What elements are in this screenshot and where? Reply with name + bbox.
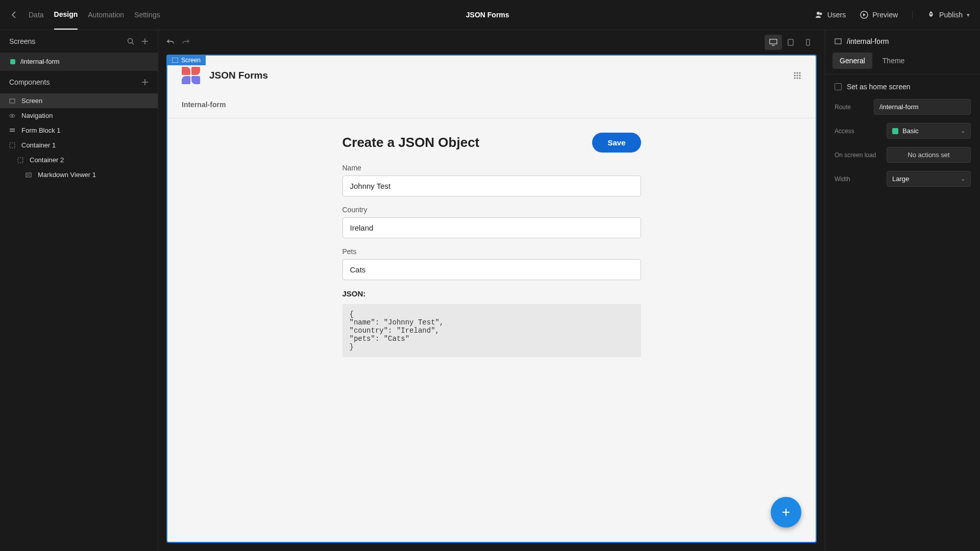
- chevron-down-icon: ⌄: [961, 176, 965, 182]
- back-icon[interactable]: [10, 11, 18, 19]
- tree-item-form-block[interactable]: Form Block 1: [0, 123, 158, 138]
- app-logo-icon: [182, 67, 200, 84]
- svg-rect-21: [788, 39, 793, 45]
- plus-icon: +: [782, 504, 790, 520]
- width-select[interactable]: Large ⌄: [887, 171, 971, 187]
- container-icon: [9, 142, 16, 148]
- app-menu-icon[interactable]: [793, 71, 801, 80]
- access-select[interactable]: Basic ⌄: [887, 123, 971, 139]
- svg-point-26: [799, 72, 801, 74]
- main-area: Screens /internal-form Components: [0, 30, 980, 551]
- device-toggle-group: [765, 35, 817, 50]
- add-screen-icon[interactable]: [141, 38, 149, 45]
- svg-point-32: [799, 78, 801, 79]
- tree-item-container-2[interactable]: Container 2: [0, 153, 158, 167]
- tree-item-screen[interactable]: Screen: [0, 93, 158, 108]
- eye-icon: [9, 113, 16, 119]
- svg-rect-33: [835, 39, 841, 44]
- undo-icon[interactable]: [166, 38, 175, 46]
- checkbox-icon: [835, 83, 842, 90]
- screen-icon: [9, 98, 16, 104]
- tab-theme[interactable]: Theme: [875, 53, 912, 69]
- topbar-left: Data Design Automation Settings: [10, 0, 160, 30]
- preview-app-title: JSON Forms: [209, 70, 268, 81]
- width-value: Large: [892, 175, 909, 183]
- field-label: Country: [342, 206, 641, 214]
- fab-add-button[interactable]: +: [771, 497, 801, 528]
- onload-label: On screen load: [835, 152, 880, 159]
- svg-rect-10: [10, 99, 15, 103]
- screen-item-internal-form[interactable]: /internal-form: [0, 53, 158, 70]
- tree-label: Container 2: [30, 156, 64, 164]
- tree-item-container-1[interactable]: Container 1: [0, 138, 158, 153]
- country-input[interactable]: [342, 217, 641, 238]
- form-section: Create a JSON Object Save Name Country P…: [337, 133, 646, 357]
- nav-tab-automation[interactable]: Automation: [88, 1, 124, 29]
- device-tablet-button[interactable]: [782, 35, 799, 50]
- right-sidebar: /internal-form General Theme Set as home…: [825, 30, 980, 551]
- preview-label: Preview: [872, 11, 898, 19]
- users-icon: [815, 11, 823, 18]
- access-label: Access: [835, 128, 880, 135]
- route-input[interactable]: [874, 99, 971, 115]
- markdown-icon: M: [26, 172, 33, 178]
- tree-item-markdown[interactable]: M Markdown Viewer 1: [0, 167, 158, 182]
- tab-general[interactable]: General: [832, 53, 872, 69]
- preview-app: JSON Forms Internal-form Create a JSON O…: [167, 56, 816, 542]
- canvas-toolbar: [158, 30, 825, 55]
- route-label: Route: [835, 104, 868, 111]
- selection-badge: Screen: [167, 55, 206, 65]
- svg-rect-23: [172, 58, 178, 63]
- device-mobile-button[interactable]: [799, 35, 817, 50]
- svg-point-29: [799, 75, 801, 77]
- svg-rect-16: [18, 158, 23, 163]
- preview-button[interactable]: Preview: [860, 11, 898, 19]
- nav-tab-settings[interactable]: Settings: [134, 1, 160, 29]
- redo-icon[interactable]: [182, 38, 190, 46]
- topbar-right: Users Preview Publish ▾: [815, 11, 970, 19]
- users-button[interactable]: Users: [815, 11, 846, 19]
- svg-point-1: [819, 13, 822, 15]
- svg-point-31: [797, 78, 798, 79]
- container-icon: [17, 157, 24, 163]
- svg-point-25: [797, 72, 798, 74]
- preview-header: JSON Forms: [167, 56, 816, 95]
- tree-label: Navigation: [21, 112, 53, 119]
- search-icon[interactable]: [127, 38, 134, 45]
- app-title: JSON Forms: [160, 11, 815, 19]
- publish-button[interactable]: Publish ▾: [912, 11, 970, 19]
- nav-tab-data[interactable]: Data: [29, 1, 44, 29]
- tree-item-navigation[interactable]: Navigation: [0, 108, 158, 123]
- access-value: Basic: [902, 127, 919, 135]
- form-icon: [9, 128, 16, 134]
- canvas-frame[interactable]: Screen JSON Forms: [166, 55, 817, 543]
- width-label: Width: [835, 176, 880, 183]
- json-label: JSON:: [342, 289, 641, 298]
- canvas-area: Screen JSON Forms: [158, 30, 825, 551]
- add-component-icon[interactable]: [141, 79, 149, 86]
- svg-rect-15: [10, 143, 15, 148]
- device-desktop-button[interactable]: [765, 35, 782, 50]
- home-screen-label: Set as home screen: [847, 83, 911, 91]
- svg-point-0: [817, 12, 820, 15]
- name-input[interactable]: [342, 176, 641, 196]
- rs-header: /internal-form: [825, 30, 980, 53]
- rs-header-label: /internal-form: [847, 37, 889, 45]
- svg-text:M: M: [27, 173, 30, 177]
- nav-tab-design[interactable]: Design: [54, 0, 78, 30]
- onload-button[interactable]: No actions set: [887, 147, 971, 163]
- svg-line-5: [132, 43, 134, 45]
- play-icon: [860, 11, 868, 19]
- tree-label: Screen: [21, 97, 42, 105]
- form-heading: Create a JSON Object: [342, 135, 480, 151]
- rocket-icon: [927, 11, 935, 19]
- save-button[interactable]: Save: [592, 133, 641, 153]
- tree-label: Form Block 1: [21, 127, 61, 134]
- field-country: Country: [342, 206, 641, 238]
- access-badge-icon: [892, 128, 898, 134]
- components-panel-header: Components: [0, 70, 158, 93]
- pets-input[interactable]: [342, 259, 641, 280]
- users-label: Users: [827, 11, 846, 19]
- component-tree: Screen Navigation Form Block 1 Container…: [0, 93, 158, 186]
- home-screen-checkbox-row[interactable]: Set as home screen: [835, 83, 971, 91]
